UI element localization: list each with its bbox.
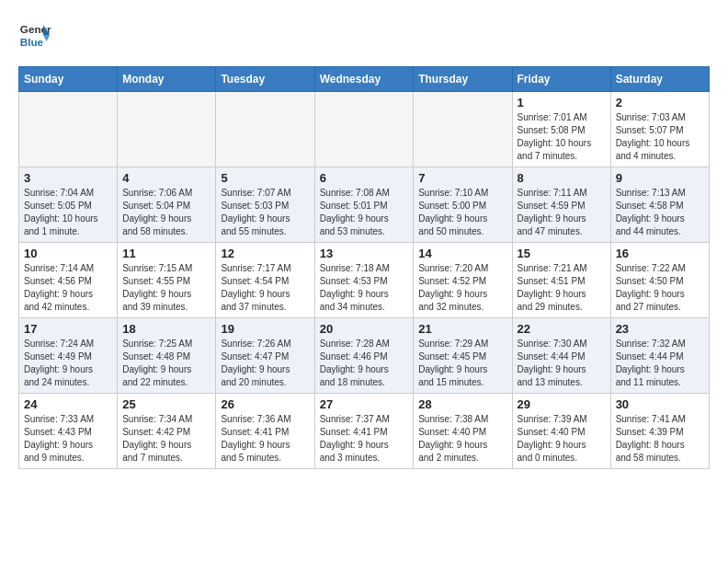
calendar-cell: 16Sunrise: 7:22 AM Sunset: 4:50 PM Dayli… xyxy=(610,243,709,318)
calendar-cell: 8Sunrise: 7:11 AM Sunset: 4:59 PM Daylig… xyxy=(512,167,610,243)
page-header: General Blue xyxy=(18,18,710,52)
day-header-wednesday: Wednesday xyxy=(314,67,414,92)
day-header-saturday: Saturday xyxy=(610,67,709,92)
calendar-cell: 7Sunrise: 7:10 AM Sunset: 5:00 PM Daylig… xyxy=(414,167,512,243)
day-info: Sunrise: 7:08 AM Sunset: 5:01 PM Dayligh… xyxy=(320,187,409,238)
day-info: Sunrise: 7:29 AM Sunset: 4:45 PM Dayligh… xyxy=(418,338,506,389)
calendar-cell: 22Sunrise: 7:30 AM Sunset: 4:44 PM Dayli… xyxy=(512,318,610,394)
day-number: 8 xyxy=(518,171,606,185)
day-header-tuesday: Tuesday xyxy=(216,67,314,92)
calendar-cell: 14Sunrise: 7:20 AM Sunset: 4:52 PM Dayli… xyxy=(414,243,512,318)
calendar-cell: 28Sunrise: 7:38 AM Sunset: 4:40 PM Dayli… xyxy=(414,394,512,469)
day-header-sunday: Sunday xyxy=(19,67,118,92)
day-number: 15 xyxy=(518,247,606,260)
day-info: Sunrise: 7:24 AM Sunset: 4:49 PM Dayligh… xyxy=(24,338,112,389)
day-info: Sunrise: 7:26 AM Sunset: 4:47 PM Dayligh… xyxy=(221,338,309,389)
day-info: Sunrise: 7:22 AM Sunset: 4:50 PM Dayligh… xyxy=(616,262,704,314)
day-info: Sunrise: 7:13 AM Sunset: 4:58 PM Dayligh… xyxy=(616,187,704,238)
calendar-week-3: 10Sunrise: 7:14 AM Sunset: 4:56 PM Dayli… xyxy=(19,243,710,318)
calendar-cell: 13Sunrise: 7:18 AM Sunset: 4:53 PM Dayli… xyxy=(314,243,414,318)
day-number: 14 xyxy=(418,247,506,260)
day-number: 4 xyxy=(122,171,210,185)
calendar-cell: 24Sunrise: 7:33 AM Sunset: 4:43 PM Dayli… xyxy=(19,394,118,469)
calendar-cell: 15Sunrise: 7:21 AM Sunset: 4:51 PM Dayli… xyxy=(512,243,610,318)
day-number: 13 xyxy=(320,247,409,260)
day-info: Sunrise: 7:17 AM Sunset: 4:54 PM Dayligh… xyxy=(221,262,309,314)
calendar-cell: 27Sunrise: 7:37 AM Sunset: 4:41 PM Dayli… xyxy=(314,394,414,469)
day-info: Sunrise: 7:34 AM Sunset: 4:42 PM Dayligh… xyxy=(122,413,210,465)
calendar-cell: 29Sunrise: 7:39 AM Sunset: 4:40 PM Dayli… xyxy=(512,394,610,469)
calendar-cell: 30Sunrise: 7:41 AM Sunset: 4:39 PM Dayli… xyxy=(610,394,709,469)
day-info: Sunrise: 7:36 AM Sunset: 4:41 PM Dayligh… xyxy=(221,413,309,465)
day-info: Sunrise: 7:01 AM Sunset: 5:08 PM Dayligh… xyxy=(518,111,606,163)
day-info: Sunrise: 7:07 AM Sunset: 5:03 PM Dayligh… xyxy=(221,187,309,238)
day-info: Sunrise: 7:41 AM Sunset: 4:39 PM Dayligh… xyxy=(616,413,704,465)
calendar-week-1: 1Sunrise: 7:01 AM Sunset: 5:08 PM Daylig… xyxy=(19,92,710,167)
day-info: Sunrise: 7:33 AM Sunset: 4:43 PM Dayligh… xyxy=(24,413,112,465)
calendar-cell: 4Sunrise: 7:06 AM Sunset: 5:04 PM Daylig… xyxy=(118,167,216,243)
day-info: Sunrise: 7:15 AM Sunset: 4:55 PM Dayligh… xyxy=(122,262,210,314)
calendar-week-4: 17Sunrise: 7:24 AM Sunset: 4:49 PM Dayli… xyxy=(19,318,710,394)
calendar-cell xyxy=(314,92,414,167)
calendar-week-5: 24Sunrise: 7:33 AM Sunset: 4:43 PM Dayli… xyxy=(19,394,710,469)
day-number: 20 xyxy=(320,322,409,336)
day-info: Sunrise: 7:39 AM Sunset: 4:40 PM Dayligh… xyxy=(518,413,606,465)
day-info: Sunrise: 7:38 AM Sunset: 4:40 PM Dayligh… xyxy=(418,413,506,465)
calendar-cell: 18Sunrise: 7:25 AM Sunset: 4:48 PM Dayli… xyxy=(118,318,216,394)
calendar-cell: 12Sunrise: 7:17 AM Sunset: 4:54 PM Dayli… xyxy=(216,243,314,318)
calendar-cell: 23Sunrise: 7:32 AM Sunset: 4:44 PM Dayli… xyxy=(610,318,709,394)
calendar-cell: 2Sunrise: 7:03 AM Sunset: 5:07 PM Daylig… xyxy=(610,92,709,167)
day-number: 21 xyxy=(418,322,506,336)
calendar-cell: 20Sunrise: 7:28 AM Sunset: 4:46 PM Dayli… xyxy=(314,318,414,394)
day-number: 23 xyxy=(616,322,704,336)
calendar-cell xyxy=(414,92,512,167)
day-info: Sunrise: 7:32 AM Sunset: 4:44 PM Dayligh… xyxy=(616,338,704,389)
calendar-cell: 1Sunrise: 7:01 AM Sunset: 5:08 PM Daylig… xyxy=(512,92,610,167)
day-info: Sunrise: 7:20 AM Sunset: 4:52 PM Dayligh… xyxy=(418,262,506,314)
day-info: Sunrise: 7:10 AM Sunset: 5:00 PM Dayligh… xyxy=(418,187,506,238)
calendar-cell: 11Sunrise: 7:15 AM Sunset: 4:55 PM Dayli… xyxy=(118,243,216,318)
calendar-cell: 3Sunrise: 7:04 AM Sunset: 5:05 PM Daylig… xyxy=(19,167,118,243)
svg-marker-3 xyxy=(43,35,50,41)
day-header-friday: Friday xyxy=(512,67,610,92)
day-number: 27 xyxy=(320,397,409,411)
day-number: 17 xyxy=(24,322,112,336)
day-info: Sunrise: 7:28 AM Sunset: 4:46 PM Dayligh… xyxy=(320,338,409,389)
calendar-cell: 9Sunrise: 7:13 AM Sunset: 4:58 PM Daylig… xyxy=(610,167,709,243)
calendar-week-2: 3Sunrise: 7:04 AM Sunset: 5:05 PM Daylig… xyxy=(19,167,710,243)
calendar-cell: 10Sunrise: 7:14 AM Sunset: 4:56 PM Dayli… xyxy=(19,243,118,318)
day-number: 9 xyxy=(616,171,704,185)
day-info: Sunrise: 7:06 AM Sunset: 5:04 PM Dayligh… xyxy=(122,187,210,238)
day-info: Sunrise: 7:03 AM Sunset: 5:07 PM Dayligh… xyxy=(616,111,704,163)
day-info: Sunrise: 7:30 AM Sunset: 4:44 PM Dayligh… xyxy=(518,338,606,389)
day-info: Sunrise: 7:11 AM Sunset: 4:59 PM Dayligh… xyxy=(518,187,606,238)
day-info: Sunrise: 7:21 AM Sunset: 4:51 PM Dayligh… xyxy=(518,262,606,314)
day-number: 19 xyxy=(221,322,309,336)
calendar-cell: 19Sunrise: 7:26 AM Sunset: 4:47 PM Dayli… xyxy=(216,318,314,394)
day-number: 24 xyxy=(24,397,112,411)
day-number: 7 xyxy=(418,171,506,185)
calendar-cell: 21Sunrise: 7:29 AM Sunset: 4:45 PM Dayli… xyxy=(414,318,512,394)
calendar-cell: 6Sunrise: 7:08 AM Sunset: 5:01 PM Daylig… xyxy=(314,167,414,243)
day-number: 25 xyxy=(122,397,210,411)
day-number: 16 xyxy=(616,247,704,260)
calendar-cell: 26Sunrise: 7:36 AM Sunset: 4:41 PM Dayli… xyxy=(216,394,314,469)
day-number: 2 xyxy=(616,96,704,109)
calendar-cell: 5Sunrise: 7:07 AM Sunset: 5:03 PM Daylig… xyxy=(216,167,314,243)
calendar-cell: 25Sunrise: 7:34 AM Sunset: 4:42 PM Dayli… xyxy=(118,394,216,469)
logo: General Blue xyxy=(18,18,51,52)
day-info: Sunrise: 7:37 AM Sunset: 4:41 PM Dayligh… xyxy=(320,413,409,465)
calendar-cell xyxy=(19,92,118,167)
day-number: 3 xyxy=(24,171,112,185)
logo-icon: General Blue xyxy=(18,18,51,52)
calendar-cell xyxy=(118,92,216,167)
svg-text:Blue: Blue xyxy=(20,36,44,48)
day-number: 12 xyxy=(221,247,309,260)
calendar-header-row: SundayMondayTuesdayWednesdayThursdayFrid… xyxy=(19,67,710,92)
day-number: 6 xyxy=(320,171,409,185)
day-header-monday: Monday xyxy=(118,67,216,92)
day-number: 5 xyxy=(221,171,309,185)
day-number: 10 xyxy=(24,247,112,260)
day-number: 1 xyxy=(518,96,606,109)
day-number: 29 xyxy=(518,397,606,411)
